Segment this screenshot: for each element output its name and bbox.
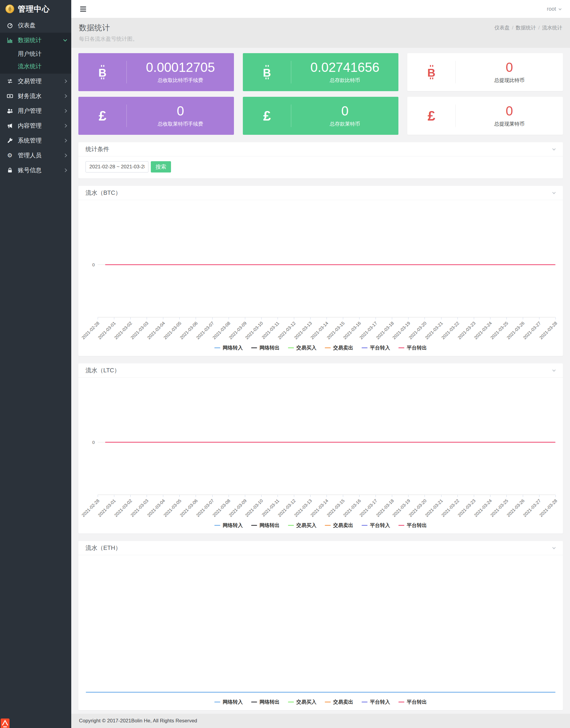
axis-tick — [555, 495, 556, 497]
legend-marker — [398, 525, 404, 526]
ltc-icon: £ — [78, 97, 126, 135]
axis-tick — [408, 495, 408, 497]
sidebar-item-data-stats[interactable]: 数据统计 — [0, 33, 71, 47]
sidebar-item-dashboard[interactable]: 仪表盘 — [0, 18, 71, 33]
legend-item[interactable]: 平台转入 — [362, 699, 390, 705]
axis-tick — [539, 317, 539, 319]
sidebar-item-label: 内容管理 — [18, 122, 64, 130]
legend-item[interactable]: 平台转入 — [362, 344, 390, 351]
chart-legend: 网络转入网络转出交易买入交易卖出平台转入平台转出 — [86, 521, 555, 529]
legend-label: 交易买入 — [296, 522, 316, 529]
legend-label: 交易买入 — [296, 699, 316, 705]
axis-tick — [278, 495, 278, 497]
sidebar-item-system-management[interactable]: 系统管理 — [0, 133, 71, 148]
breadcrumb-item[interactable]: 仪表盘 — [495, 24, 510, 31]
collapse-chevron-icon[interactable] — [552, 191, 555, 194]
axis-tick — [98, 317, 98, 319]
sidebar-group-data-stats: 数据统计 用户统计 流水统计 — [0, 33, 71, 74]
stat-label: 总存款莱特币 — [330, 120, 360, 128]
axis-tick — [474, 495, 474, 497]
chart-title: 流水（ETH） — [85, 544, 121, 552]
brand[interactable]: B 管理中心 — [0, 0, 71, 18]
cogs-icon: ⚙ — [6, 152, 14, 159]
breadcrumb-separator: / — [512, 25, 514, 31]
axis-tick — [179, 317, 180, 319]
axis-tick — [196, 495, 196, 497]
legend-item[interactable]: 交易买入 — [288, 699, 316, 705]
axis-tick — [245, 495, 245, 497]
legend-item[interactable]: 网络转出 — [251, 344, 280, 351]
legend-item[interactable]: 平台转入 — [362, 522, 390, 529]
legend-item[interactable]: 平台转出 — [398, 699, 427, 705]
axis-tick — [147, 317, 147, 319]
sidebar-item-content-management[interactable]: 内容管理 — [0, 118, 71, 133]
axis-tick — [261, 495, 262, 497]
sidebar-item-finance-flow[interactable]: 财务流水 — [0, 88, 71, 103]
sidebar-subitem-label: 流水统计 — [18, 62, 42, 70]
sidebar-subitem-label: 用户统计 — [18, 50, 42, 58]
collapse-chevron-icon[interactable] — [552, 147, 555, 150]
chevron-right-icon — [63, 168, 67, 172]
search-button[interactable]: 搜索 — [151, 161, 171, 173]
page-subtitle: 每日各流水盈亏统计图。 — [79, 35, 562, 42]
legend-item[interactable]: 交易买入 — [288, 344, 316, 351]
collapse-chevron-icon[interactable] — [552, 546, 555, 549]
legend-marker — [362, 347, 367, 348]
axis-tick — [229, 317, 229, 319]
sidebar-item-label: 系统管理 — [18, 137, 64, 145]
axis-tick — [229, 495, 229, 497]
sidebar-subitem-user-stats[interactable]: 用户统计 — [0, 47, 71, 60]
axis-tick — [539, 495, 539, 497]
sidebar-item-trade-management[interactable]: 交易管理 — [0, 74, 71, 88]
bitcoin-logo-icon: B — [5, 4, 14, 13]
date-range-input[interactable] — [85, 161, 149, 173]
legend-marker — [325, 702, 331, 703]
sidebar-item-label: 用户管理 — [18, 107, 64, 115]
legend-marker — [288, 702, 294, 703]
sidebar-item-admin-staff[interactable]: ⚙ 管理人员 — [0, 148, 71, 163]
legend-item[interactable]: 网络转入 — [214, 522, 243, 529]
stat-value: 0.00012705 — [146, 60, 215, 74]
sidebar-toggle-icon[interactable] — [79, 5, 87, 13]
axis-tick — [212, 317, 213, 319]
legend-item[interactable]: 交易买入 — [288, 522, 316, 529]
legend-item[interactable]: 交易卖出 — [325, 699, 353, 705]
legend-item[interactable]: 网络转出 — [251, 522, 280, 529]
chart-panel-eth: 流水（ETH） 网络转入网络转出交易买入交易卖出平台转入平台转出 — [78, 541, 563, 710]
sidebar-item-label: 数据统计 — [18, 36, 64, 44]
chart-legend: 网络转入网络转出交易买入交易卖出平台转入平台转出 — [86, 343, 555, 352]
stat-card-btc-withdrawals: B 0 总提现比特币 — [407, 53, 563, 91]
user-menu[interactable]: root — [547, 6, 561, 12]
legend-item[interactable]: 网络转入 — [214, 344, 243, 351]
axis-tick — [507, 495, 507, 497]
x-axis: 2021-02-282021-03-012021-03-022021-03-03… — [98, 317, 555, 343]
stat-cards-row: £ 0 总收取莱特币手续费 £ 0 总存款莱特币 £ — [78, 97, 563, 135]
legend-item[interactable]: 平台转出 — [398, 522, 427, 529]
stat-card-btc-deposits: B 0.02741656 总存款比特币 — [243, 53, 398, 91]
zero-track — [98, 442, 555, 443]
legend-item[interactable]: 平台转出 — [398, 344, 427, 351]
sidebar-item-label: 仪表盘 — [18, 21, 66, 29]
sidebar-item-account-info[interactable]: 账号信息 — [0, 163, 71, 178]
legend-label: 平台转入 — [370, 344, 390, 351]
stat-cards-row: B 0.00012705 总收取比特币手续费 B 0.02741656 — [78, 53, 563, 91]
legend-item[interactable]: 网络转入 — [214, 699, 243, 705]
stat-label: 总存款比特币 — [330, 77, 360, 84]
chart-body: 网络转入网络转出交易买入交易卖出平台转入平台转出 — [78, 555, 563, 710]
legend-label: 交易买入 — [296, 344, 316, 351]
axis-tick — [555, 317, 556, 319]
legend-item[interactable]: 交易卖出 — [325, 344, 353, 351]
breadcrumb-item[interactable]: 数据统计 — [516, 24, 536, 31]
filter-panel-header: 统计条件 — [78, 142, 563, 157]
sidebar-item-user-management[interactable]: 用户管理 — [0, 103, 71, 118]
stat-value: 0 — [506, 104, 513, 118]
sidebar-nav: 仪表盘 数据统计 用户统计 流水统计 — [0, 18, 71, 178]
legend-item[interactable]: 交易卖出 — [325, 522, 353, 529]
axis-tick — [310, 495, 311, 497]
megaphone-icon — [6, 122, 14, 129]
axis-tick — [261, 317, 262, 319]
collapse-chevron-icon[interactable] — [552, 368, 555, 372]
sidebar-subitem-flow-stats[interactable]: 流水统计 — [0, 60, 71, 72]
legend-item[interactable]: 网络转出 — [251, 699, 280, 705]
debugbar-toggle-icon[interactable] — [1, 719, 9, 728]
